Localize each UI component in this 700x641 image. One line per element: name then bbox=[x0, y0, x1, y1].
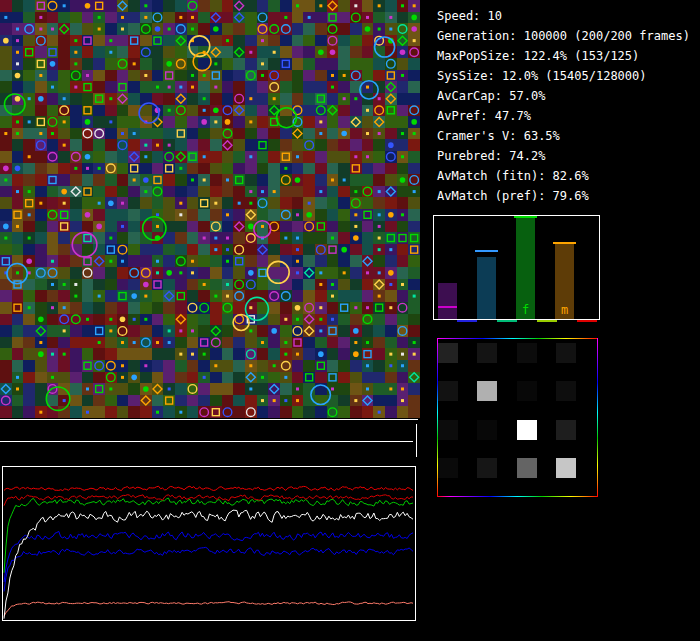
baseline-segment bbox=[577, 320, 597, 322]
heatmap-cell bbox=[438, 420, 458, 440]
heatmap-border-bottom bbox=[437, 496, 598, 497]
stat-line: AvMatch (pref): 79.6% bbox=[437, 186, 690, 206]
separator-line-vertical bbox=[416, 424, 417, 457]
bar-marker bbox=[553, 242, 576, 244]
world-grid-canvas[interactable] bbox=[0, 0, 420, 418]
bar-label-m: m bbox=[555, 303, 574, 317]
heatmap-cell bbox=[438, 343, 458, 363]
heatmap-cell bbox=[477, 420, 497, 440]
heatmap-border-right bbox=[597, 338, 598, 497]
bar-marker bbox=[438, 306, 457, 308]
baseline-segment bbox=[497, 320, 517, 322]
stat-line: AvPref: 47.7% bbox=[437, 106, 690, 126]
simulation-window: Speed: 10Generation: 100000 (200/200 fra… bbox=[0, 0, 700, 641]
bar-label-f: f bbox=[516, 303, 535, 317]
stat-line: Purebred: 74.2% bbox=[437, 146, 690, 166]
heatmap-border-top bbox=[437, 338, 598, 339]
heatmap-cell bbox=[556, 420, 576, 440]
stats-panel: Speed: 10Generation: 100000 (200/200 fra… bbox=[437, 6, 690, 206]
heatmap-cell bbox=[556, 381, 576, 401]
line-chart-canvas bbox=[3, 467, 415, 620]
population-bar-chart: fm bbox=[433, 215, 600, 320]
bar-marker bbox=[514, 216, 537, 218]
separator-line-top bbox=[0, 419, 418, 420]
heatmap-cell bbox=[517, 420, 537, 440]
heatmap-cell bbox=[477, 343, 497, 363]
heatmap-cell bbox=[556, 343, 576, 363]
preference-heatmap bbox=[437, 338, 598, 497]
stat-line: AvCarCap: 57.0% bbox=[437, 86, 690, 106]
bar-group-2 bbox=[477, 257, 496, 319]
stat-line: MaxPopSize: 122.4% (153/125) bbox=[437, 46, 690, 66]
heatmap-cell bbox=[477, 381, 497, 401]
stat-line: Cramer's V: 63.5% bbox=[437, 126, 690, 146]
heatmap-cell bbox=[438, 458, 458, 478]
bar-marker bbox=[475, 250, 498, 252]
history-line-chart bbox=[2, 466, 416, 621]
baseline-segment bbox=[537, 320, 557, 322]
bar-group-1 bbox=[438, 283, 457, 319]
baseline-segment bbox=[457, 320, 477, 322]
stat-line: Speed: 10 bbox=[437, 6, 690, 26]
heatmap-cell bbox=[438, 381, 458, 401]
heatmap-cell bbox=[477, 458, 497, 478]
heatmap-cell bbox=[556, 458, 576, 478]
stat-line: SysSize: 12.0% (15405/128000) bbox=[437, 66, 690, 86]
heatmap-cell bbox=[517, 458, 537, 478]
stat-line: Generation: 100000 (200/200 frames) bbox=[437, 26, 690, 46]
heatmap-cell bbox=[517, 381, 537, 401]
stat-line: AvMatch (fitn): 82.6% bbox=[437, 166, 690, 186]
heatmap-cell bbox=[517, 343, 537, 363]
separator-line-bottom bbox=[0, 441, 413, 442]
